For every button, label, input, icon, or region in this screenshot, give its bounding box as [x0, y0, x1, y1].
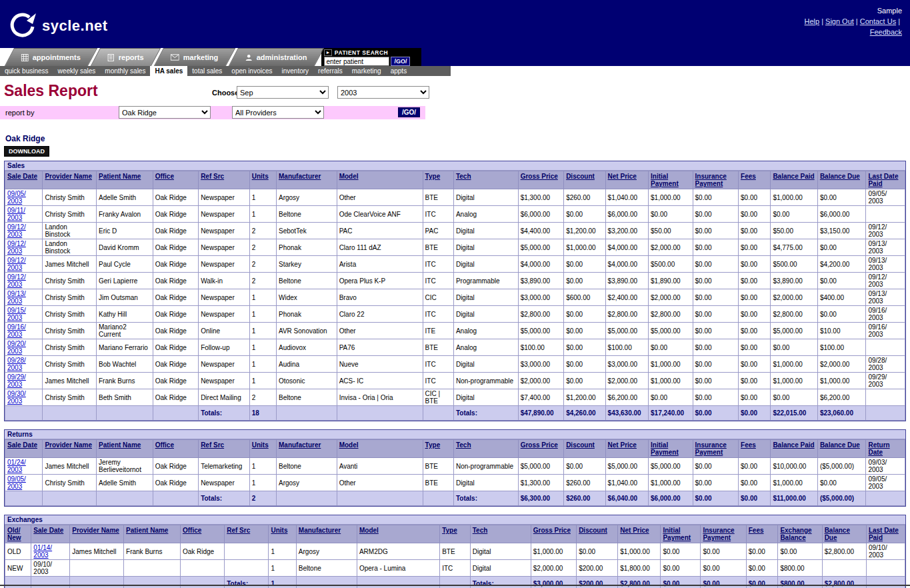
sale-date-link[interactable]: 09/30/ 2003 — [7, 390, 26, 405]
exchanges-col-header[interactable]: Initial Payment — [661, 525, 701, 543]
column-sort-link[interactable]: Tech — [456, 441, 471, 449]
sales-col-header[interactable]: Patient Name — [97, 171, 153, 189]
column-sort-link[interactable]: Provider Name — [45, 441, 92, 449]
go-button[interactable]: /GO/ — [398, 107, 420, 117]
column-sort-link[interactable]: Last Date Paid — [868, 173, 898, 187]
sales-col-header[interactable]: Type — [423, 171, 453, 189]
returns-col-header[interactable]: Tech — [453, 440, 518, 458]
returns-col-header[interactable]: Sale Date — [5, 440, 43, 458]
column-sort-link[interactable]: Net Price — [608, 173, 637, 180]
column-sort-link[interactable]: Sale Date — [7, 441, 37, 449]
year-select[interactable]: 2003 — [337, 86, 429, 99]
exchanges-col-header[interactable]: Net Price — [618, 525, 661, 543]
exchanges-col-header[interactable]: Model — [357, 525, 439, 543]
column-sort-link[interactable]: Fees — [749, 527, 764, 534]
column-sort-link[interactable]: Initial Payment — [663, 527, 691, 541]
sales-col-header[interactable]: Last Date Paid — [866, 171, 905, 189]
column-sort-link[interactable]: Type — [442, 527, 457, 534]
sales-col-header[interactable]: Fees — [739, 171, 771, 189]
exchanges-col-header[interactable]: Manufacturer — [296, 525, 357, 543]
column-sort-link[interactable]: Sale Date — [7, 173, 37, 180]
download-button[interactable]: DOWNLOAD — [4, 146, 49, 157]
provider-select[interactable]: All Providers — [232, 106, 324, 119]
sales-col-header[interactable]: Net Price — [605, 171, 648, 189]
sale-date-link[interactable]: 09/05/ 2003 — [7, 475, 26, 490]
exchanges-col-header[interactable]: Last Date Paid — [866, 525, 905, 543]
subnav-inventory[interactable]: inventory — [277, 66, 314, 76]
column-sort-link[interactable]: Units — [271, 527, 287, 534]
sale-date-link[interactable]: 09/05/ 2003 — [7, 190, 26, 205]
column-sort-link[interactable]: Balance Paid — [773, 441, 814, 449]
sale-date-link[interactable]: 09/20/ 2003 — [7, 340, 26, 355]
returns-col-header[interactable]: Provider Name — [43, 440, 97, 458]
subnav-ha-sales[interactable]: HA sales — [150, 66, 187, 76]
column-sort-link[interactable]: Initial Payment — [651, 441, 679, 456]
returns-col-header[interactable]: Fees — [739, 440, 771, 458]
subnav-monthly-sales[interactable]: monthly sales — [100, 66, 150, 76]
column-sort-link[interactable]: Model — [339, 441, 359, 449]
sales-col-header[interactable]: Gross Price — [518, 171, 564, 189]
column-sort-link[interactable]: Balance Due — [820, 173, 860, 180]
exchanges-col-header[interactable]: Office — [180, 525, 224, 543]
exchanges-col-header[interactable]: Sale Date — [31, 525, 70, 543]
column-sort-link[interactable]: Patient Name — [99, 441, 141, 449]
exchanges-col-header[interactable]: Fees — [746, 525, 778, 543]
column-sort-link[interactable]: Exchange Balance — [780, 527, 811, 541]
column-sort-link[interactable]: Sale Date — [33, 527, 63, 534]
column-sort-link[interactable]: Balance Paid — [773, 173, 814, 180]
returns-col-header[interactable]: Gross Price — [518, 440, 564, 458]
sales-col-header[interactable]: Balance Due — [817, 171, 866, 189]
subnav-referrals[interactable]: referrals — [313, 66, 347, 76]
sale-date-link[interactable]: 09/12/ 2003 — [7, 223, 26, 238]
contact-us-link[interactable]: Contact Us — [860, 17, 896, 25]
column-sort-link[interactable]: Discount — [566, 173, 595, 180]
column-sort-link[interactable]: Discount — [579, 527, 607, 534]
returns-col-header[interactable]: Office — [153, 440, 199, 458]
feedback-link[interactable]: Feedback — [870, 28, 902, 36]
exchanges-col-header[interactable]: Tech — [470, 525, 531, 543]
returns-col-header[interactable]: Initial Payment — [649, 440, 693, 458]
exchanges-col-header[interactable]: Ref Src — [225, 525, 269, 543]
subnav-open-invoices[interactable]: open invoices — [227, 66, 277, 76]
exchanges-col-header[interactable]: Units — [269, 525, 296, 543]
subnav-appts[interactable]: appts — [386, 66, 411, 76]
returns-col-header[interactable]: Manufacturer — [276, 440, 337, 458]
column-sort-link[interactable]: Gross Price — [533, 527, 571, 534]
sales-col-header[interactable]: Balance Paid — [771, 171, 818, 189]
column-sort-link[interactable]: Model — [339, 173, 359, 180]
column-sort-link[interactable]: Insurance Payment — [695, 173, 727, 187]
column-sort-link[interactable]: Gross Price — [521, 173, 558, 180]
sale-date-link[interactable]: 09/29/ 2003 — [7, 373, 26, 388]
subnav-quick-business[interactable]: quick business — [0, 66, 53, 76]
column-sort-link[interactable]: Initial Payment — [651, 173, 679, 187]
sale-date-link[interactable]: 09/13/ 2003 — [7, 290, 26, 305]
sale-date-link[interactable]: 09/11/ 2003 — [7, 207, 25, 221]
patient-search-go-button[interactable]: /GO/ — [391, 57, 410, 66]
returns-col-header[interactable]: Type — [423, 440, 453, 458]
column-sort-link[interactable]: Fees — [741, 441, 756, 449]
exchanges-col-header[interactable]: Discount — [577, 525, 618, 543]
sales-col-header[interactable]: Sale Date — [5, 171, 43, 189]
column-sort-link[interactable]: Type — [425, 441, 441, 449]
column-sort-link[interactable]: Insurance Payment — [703, 527, 734, 541]
returns-col-header[interactable]: Balance Paid — [771, 440, 818, 458]
patient-search-input[interactable] — [324, 57, 389, 66]
column-sort-link[interactable]: Ref Src — [201, 173, 224, 180]
column-sort-link[interactable]: Balance Due — [820, 441, 860, 449]
sales-col-header[interactable]: Provider Name — [43, 171, 97, 189]
column-sort-link[interactable]: Discount — [566, 441, 595, 449]
column-sort-link[interactable]: Return Date — [868, 441, 889, 456]
column-sort-link[interactable]: Gross Price — [521, 441, 558, 449]
returns-col-header[interactable]: Ref Src — [199, 440, 250, 458]
sale-date-link[interactable]: 09/15/ 2003 — [7, 307, 26, 321]
sale-date-link[interactable]: 01/24/ 2003 — [7, 459, 26, 473]
sale-date-link[interactable]: 01/14/ 2003 — [33, 544, 52, 559]
column-sort-link[interactable]: Office — [183, 527, 201, 534]
column-sort-link[interactable]: Manufacturer — [299, 527, 341, 534]
column-sort-link[interactable]: Tech — [473, 527, 488, 534]
returns-col-header[interactable]: Net Price — [605, 440, 648, 458]
tab-appointments[interactable]: appointments — [5, 48, 97, 66]
subnav-weekly-sales[interactable]: weekly sales — [53, 66, 101, 76]
column-sort-link[interactable]: Office — [155, 173, 174, 180]
sales-col-header[interactable]: Manufacturer — [276, 171, 337, 189]
